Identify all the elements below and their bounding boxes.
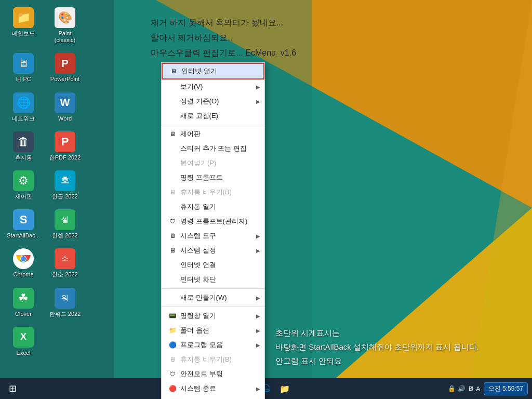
menu-net-connect[interactable]: 인터넷 연결 [162,258,264,272]
speaker-icon: 🔊 [458,385,466,392]
icon-control[interactable]: ⚙ 제어판 [5,168,42,202]
taskbar-left: ⊞ [4,380,21,397]
menu-terminal[interactable]: 📟 명령창 열기 ▶ [162,309,264,323]
menu-new[interactable]: 새로 만들기(W) ▶ [162,290,264,305]
net-connect-icon [168,260,177,270]
icon-hangul[interactable]: 호 한글 2022 [47,168,83,202]
icon-word[interactable]: W Word [47,90,83,124]
paint-label: Paint (classic) [49,30,81,44]
sys-tools-arrow: ▶ [256,233,260,239]
menu-sys-tools[interactable]: 🖥 시스템 도구 ▶ [162,229,264,243]
cmd-label: 명령 프롬프트 [180,173,223,182]
icon-mypc[interactable]: 🖥 내 PC [5,51,42,85]
menu-shutdown[interactable]: 🔴 시스템 종료 ▶ [162,381,264,396]
menu-sys-settings[interactable]: 🖥 시스템 설정 ▶ [162,243,264,258]
svg-point-9 [21,256,26,261]
hangul-icon: 호 [55,170,75,191]
sys-settings-arrow: ▶ [256,248,260,254]
sticker-icon [168,144,177,153]
bottom-line2: 바탕화면 StartAllBack 설치해줘야 초단위까지 표시 됩니다. [275,340,479,354]
clock-display[interactable]: 오전 5:59:57 [484,382,528,395]
menu-display[interactable]: 🖥 디스플레이 설정(D) [162,396,264,399]
powerpoint-icon: P [55,53,75,74]
folder-option-icon: 📁 [168,326,177,335]
icon-powerpoint[interactable]: P PowerPoint [47,51,83,85]
icon-network[interactable]: 🌐 네트워크 [5,90,42,124]
menu-view[interactable]: 보기(V) ▶ [162,79,264,94]
icon-row-6: S StartAllBac... 셀 한셀 2022 [5,207,83,241]
icon-paint[interactable]: 🎨 Paint (classic) [47,5,83,46]
menu-empty-trash2[interactable]: 🖥 휴지통 비우기(B) [162,352,264,367]
refresh-icon [168,111,177,121]
chrome-label: Chrome [13,271,33,278]
menu-open-trash[interactable]: 휴지통 열기 [162,200,264,214]
net-connect-label: 인터넷 연결 [180,260,216,270]
view-arrow: ▶ [256,84,260,90]
menu-folder-option[interactable]: 📁 폴더 옵션 ▶ [162,323,264,338]
icon-hanpdf[interactable]: P 한PDF 2022 [47,129,83,163]
paste-icon [168,158,177,168]
hanpdf-label: 한PDF 2022 [49,154,81,161]
menu-net-disconnect[interactable]: 인터넷 차단 [162,272,264,287]
cmd-icon [168,173,177,182]
overlay-text-top: 제거 하지 못해서 욕의티가 됬네요... 알아서 제거하심되요.. 마우스우클… [151,16,296,60]
hanso-icon: 소 [55,248,75,269]
clover-icon: ☘ [13,288,34,309]
icon-excel[interactable]: X Excel [5,325,42,358]
start-button[interactable]: ⊞ [4,380,21,397]
open-internet-icon: 🖥 [169,66,178,76]
hancel-icon: 셀 [55,209,75,230]
paint-icon: 🎨 [55,7,75,28]
open-internet-label: 인터넷 열기 [181,66,217,76]
startall-icon: S [13,209,34,230]
sys-tools-label: 시스템 도구 [180,231,216,241]
safe-mode-label: 안전모드 부팅 [180,369,223,379]
terminal-icon: 📟 [168,311,177,321]
menu-refresh[interactable]: 새로 고침(E) [162,109,264,123]
safe-mode-icon: 🛡 [168,369,177,379]
hanso-label: 한소 2022 [52,271,78,278]
icon-hanso[interactable]: 소 한소 2022 [47,246,83,280]
icon-chrome[interactable]: Chrome [5,246,42,280]
control-icon: ⚙ [13,170,34,191]
icon-row-9: X Excel [5,325,83,358]
icon-hanword[interactable]: 워 한워드 2022 [47,286,83,320]
icon-mainboard[interactable]: 📁 메인보드 [5,5,42,46]
menu-paste[interactable]: 붙여넣기(P) [162,156,264,170]
menu-empty-trash-gray[interactable]: 🖥 휴지통 비우기(B) [162,185,264,200]
separator-3 [162,307,264,307]
terminal-arrow: ▶ [256,313,260,319]
icon-row-4: 🗑 휴지통 P 한PDF 2022 [5,129,83,163]
cmd-admin-icon: 🛡 [168,217,177,226]
explorer-icon[interactable]: 📁 [276,380,293,397]
menu-open-internet[interactable]: 🖥 인터넷 열기 [162,63,264,79]
net-disconnect-icon [168,275,177,284]
control-panel-icon: 🖥 [168,129,177,139]
sys-tools-icon: 🖥 [168,231,177,241]
hancel-label: 한셀 2022 [52,232,78,239]
program-moa-arrow: ▶ [256,342,260,348]
menu-control-panel[interactable]: 🖥 제어판 [162,127,264,141]
icon-row-3: 🌐 네트워크 W Word [5,90,83,124]
menu-cmd[interactable]: 명령 프롬프트 [162,170,264,185]
bottom-line3: 안그럼 표시 안되요 [275,354,479,368]
empty-trash2-label: 휴지통 비우기(B) [180,355,232,364]
menu-safe-mode[interactable]: 🛡 안전모드 부팅 [162,367,264,381]
menu-sort[interactable]: 정렬 기준(O) ▶ [162,94,264,109]
bottom-text: 초단위 시계표시는 바탕화면 StartAllBack 설치해줘야 초단위까지 … [275,326,479,368]
clock-time: 오전 5:59:57 [488,384,523,393]
net-disconnect-label: 인터넷 차단 [180,275,216,284]
icon-hancel[interactable]: 셀 한셀 2022 [47,207,83,241]
menu-sticker[interactable]: 스티커 추가 또는 편집 [162,141,264,156]
separator-1 [162,125,264,125]
icon-startall[interactable]: S StartAllBac... [5,207,42,241]
menu-cmd-admin[interactable]: 🛡 명령 프롬프트(관리자) [162,214,264,229]
control-label: 제어판 [15,193,32,200]
hangul-label: 한글 2022 [52,193,78,200]
sys-settings-label: 시스템 설정 [180,246,216,255]
word-label: Word [58,115,72,122]
icon-trash[interactable]: 🗑 휴지통 [5,129,42,163]
icon-clover[interactable]: ☘ Clover [5,286,42,320]
menu-program-moa[interactable]: 🔵 프로그램 모음 ▶ [162,338,264,352]
powerpoint-label: PowerPoint [50,76,79,83]
